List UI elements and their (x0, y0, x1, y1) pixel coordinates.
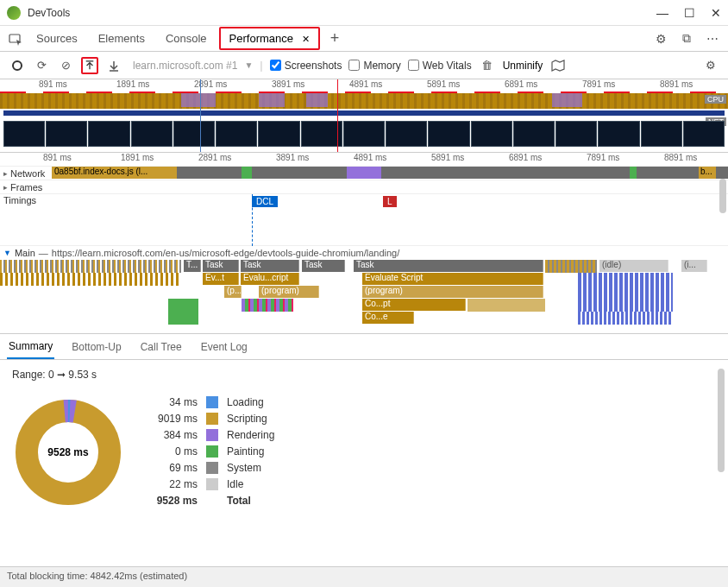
save-profile-button[interactable] (105, 57, 122, 74)
frames-track-label[interactable]: ▸ Frames (0, 180, 52, 193)
status-text: Total blocking time: 4842.42ms (estimate… (7, 571, 187, 581)
network-overview-strip (3, 110, 725, 116)
bottom-panel-tabs: Summary Bottom-Up Call Tree Event Log (0, 334, 728, 360)
reload-button[interactable]: ⟳ (33, 57, 50, 74)
status-bar: Total blocking time: 4842.42ms (estimate… (0, 566, 728, 587)
tab-elements[interactable]: Elements (90, 28, 154, 48)
legend-row: 9019 msScripting (150, 413, 274, 425)
chevron-down-icon[interactable]: ▼ (3, 249, 11, 257)
inspect-icon[interactable] (7, 30, 24, 47)
flame-ticks: 891 ms 1891 ms 2891 ms 3891 ms 4891 ms 5… (0, 153, 728, 167)
tab-summary[interactable]: Summary (7, 335, 54, 359)
tab-call-tree[interactable]: Call Tree (139, 336, 184, 358)
legend-row: 0 msPainting (150, 445, 274, 458)
legend-total: 9528 msTotal (150, 495, 274, 507)
main-track-header[interactable]: ▼ Main — https://learn.microsoft.com/en-… (0, 246, 728, 260)
summary-donut-chart: 9528 ms (12, 396, 124, 508)
network-file-bar[interactable]: 0a85bf.index-docs.js (l... (52, 167, 177, 179)
tab-event-log[interactable]: Event Log (199, 336, 249, 358)
flame-scrollbar[interactable] (719, 179, 726, 213)
main-track-url: https://learn.microsoft.com/en-us/micros… (52, 248, 400, 258)
legend-row: 22 msIdle (150, 478, 274, 490)
load-marker[interactable]: L (383, 196, 397, 207)
chevron-right-icon[interactable]: ▸ (3, 169, 8, 178)
range-label: Range: 0 ➞ 9.53 s (12, 369, 716, 381)
legend-row: 69 msSystem (150, 462, 274, 474)
donut-total: 9528 ms (47, 446, 88, 458)
network-track-label[interactable]: ▸ Network (0, 167, 52, 180)
summary-panel: Range: 0 ➞ 9.53 s 9528 ms 34 msLoading90… (0, 360, 728, 528)
minimize-button[interactable]: — (656, 6, 668, 20)
legend-row: 384 msRendering (150, 429, 274, 441)
tab-close-icon[interactable]: ✕ (302, 34, 310, 44)
settings-gear-icon[interactable]: ⚙ (652, 30, 669, 47)
overview-ticks: 891 ms 1891 ms 2891 ms 3891 ms 4891 ms 5… (0, 79, 728, 92)
memory-checkbox[interactable]: Memory (348, 60, 400, 72)
performance-toolbar: ⟳ ⊘ learn.microsoft.com #1 ▼ | Screensho… (0, 52, 728, 79)
legend-row: 34 msLoading (150, 396, 274, 408)
window-title: DevTools (28, 7, 70, 19)
maximize-button[interactable]: ☐ (684, 6, 695, 20)
recording-dropdown-icon[interactable]: ▼ (244, 60, 253, 70)
clear-button[interactable]: ⊘ (57, 57, 74, 74)
web-vitals-checkbox[interactable]: Web Vitals (408, 60, 472, 72)
tab-console[interactable]: Console (157, 28, 216, 48)
capture-settings-gear-icon[interactable]: ⚙ (702, 57, 719, 74)
summary-legend: 34 msLoading9019 msScripting384 msRender… (150, 396, 274, 507)
window-titlebar: DevTools — ☐ ✕ (0, 0, 728, 26)
garbage-collect-icon[interactable]: 🗑 (479, 57, 496, 74)
close-button[interactable]: ✕ (711, 6, 721, 20)
summary-scrollbar[interactable] (718, 369, 725, 472)
load-profile-button[interactable] (81, 57, 98, 74)
screenshots-checkbox[interactable]: Screenshots (270, 60, 342, 72)
chevron-right-icon[interactable]: ▸ (3, 183, 8, 192)
source-map-icon[interactable] (549, 57, 567, 74)
unminify-label: Unminify (503, 60, 543, 72)
app-logo-icon (7, 6, 21, 20)
dcl-marker[interactable]: DCL (252, 196, 278, 207)
flame-chart[interactable]: 891 ms 1891 ms 2891 ms 3891 ms 4891 ms 5… (0, 153, 728, 334)
cpu-activity-strip (0, 93, 728, 109)
tab-sources[interactable]: Sources (28, 28, 86, 48)
cpu-label: CPU (705, 95, 726, 104)
tab-performance-label: Performance (229, 32, 293, 45)
timeline-overview[interactable]: 891 ms 1891 ms 2891 ms 3891 ms 4891 ms 5… (0, 79, 728, 153)
more-icon[interactable]: ⋯ (704, 30, 721, 47)
record-button[interactable] (9, 57, 26, 74)
dock-icon[interactable]: ⧉ (678, 30, 695, 47)
recording-url[interactable]: learn.microsoft.com #1 (133, 60, 237, 72)
tab-performance[interactable]: Performance ✕ (219, 27, 320, 50)
screenshot-thumbnails (3, 121, 725, 147)
flame-rows[interactable]: T... Task Task Task Task (idle) (i... Ev… (0, 260, 728, 334)
devtools-tabstrip: Sources Elements Console Performance ✕ +… (0, 26, 728, 52)
tab-bottom-up[interactable]: Bottom-Up (70, 336, 122, 358)
timings-track-label[interactable]: Timings (0, 194, 52, 245)
add-tab-button[interactable]: + (323, 29, 347, 47)
